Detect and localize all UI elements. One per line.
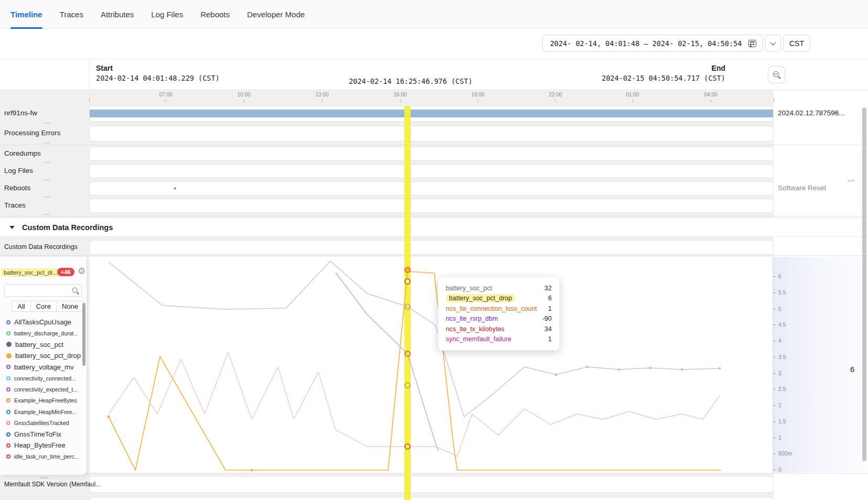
row-annotation: 2024.02.12.787596... [778, 109, 845, 117]
metric-item-heap-bytesfree[interactable]: Heap_BytesFree [0, 440, 84, 451]
track-traces[interactable] [89, 199, 774, 213]
time-tick-label: 22:00 [549, 92, 562, 97]
series-point [108, 416, 110, 418]
timezone-button[interactable]: CST [783, 35, 810, 52]
tooltip-metric-name: ncs_lte_tx_kilobytes [446, 325, 505, 333]
y-tick-label: 3.5 [778, 354, 786, 360]
metric-search-input[interactable] [7, 285, 69, 296]
metric-name: connectivity_connected... [14, 375, 76, 382]
collapse-caret-icon[interactable] [9, 226, 15, 229]
row-label: nrf91ns-fw [4, 109, 37, 117]
metric-name: Example_HeapMinFree... [14, 409, 77, 415]
row-resize-handle[interactable] [43, 214, 50, 215]
tab-attributes[interactable]: Attributes [101, 0, 134, 29]
sidebar-scrollbar[interactable] [82, 303, 85, 366]
time-axis-boundary-mark [89, 99, 90, 102]
tab-traces[interactable]: Traces [60, 0, 83, 29]
y-tick-label: 1.5 [778, 418, 786, 425]
metric-item-battery-discharge-durat-[interactable]: battery_discharge_durat... [0, 328, 84, 339]
track-partial-next-row[interactable] [89, 497, 774, 500]
row-label: Processing Errors [4, 129, 60, 137]
time-tick-mark [244, 100, 244, 102]
time-tick-label: 16:00 [393, 92, 406, 97]
track-reboots[interactable] [89, 181, 774, 195]
row-resize-handle[interactable] [43, 123, 50, 124]
track-custom-data-recordings[interactable] [89, 240, 774, 255]
tooltip-metric-value: 6 [548, 295, 552, 302]
filter-none-button[interactable]: None [56, 301, 84, 312]
gear-icon[interactable]: ⚙ [74, 265, 89, 277]
row-resize-handle[interactable] [43, 197, 50, 198]
series-battery_soc_pct [109, 261, 720, 417]
y-tick-mark [773, 276, 776, 277]
tooltip-row: ncs_lte_connection_loss_count1 [446, 303, 552, 314]
chevron-down-icon [770, 39, 776, 45]
aggregation-method-label: locf [848, 178, 854, 183]
metric-item-gnsstimetofix[interactable]: GnssTimeToFix [0, 429, 84, 440]
y-tick-label: 5.5 [778, 289, 786, 296]
section-separator [0, 255, 868, 256]
row-resize-handle[interactable] [43, 162, 50, 163]
tab-reboots[interactable]: Reboots [200, 0, 230, 29]
tab-timeline[interactable]: Timeline [10, 0, 42, 29]
series-point [586, 366, 589, 368]
firmware-version-bar[interactable] [90, 110, 773, 117]
time-tick-label: 04:00 [704, 92, 717, 97]
track-log-files[interactable] [89, 164, 774, 178]
row-resize-handle[interactable] [43, 143, 50, 144]
track-coredumps[interactable] [89, 147, 774, 161]
y-tick-mark [773, 421, 776, 422]
tab-developer-mode[interactable]: Developer Mode [247, 0, 305, 29]
metric-item-battery-soc-pct[interactable]: battery_soc_pct [0, 339, 84, 350]
metric-item-alltaskscpuusage[interactable]: AllTasksCpuUsage [0, 317, 84, 328]
time-tick-mark [322, 100, 323, 102]
row-resize-handle[interactable] [43, 179, 50, 180]
time-tick-label: 10:00 [237, 92, 250, 97]
y-tick-mark [773, 438, 776, 438]
metric-name: battery_soc_pct_drop [15, 352, 81, 360]
y-tick-mark [773, 357, 776, 357]
timeline-header: Start 2024-02-14 04:01:48.229 (CST) 2024… [0, 59, 868, 90]
metric-filter-buttons: AllCoreNone [12, 301, 84, 312]
filter-core-button[interactable]: Core [30, 301, 57, 312]
metric-item-example-heapminfree-[interactable]: Example_HeapMinFree... [0, 406, 84, 417]
time-tick-label: 13:00 [315, 92, 328, 97]
metric-item-connectivity-expected-t-[interactable]: connectivity_expected_t... [0, 384, 84, 395]
zoom-out-button[interactable] [768, 66, 785, 83]
metric-count-badge[interactable]: +46 [57, 268, 74, 276]
metric-selector-panel: battery_soc_pct_dr... +46 ⚙ AllCoreNone … [0, 257, 87, 475]
metric-item-battery-soc-pct-drop[interactable]: battery_soc_pct_drop [0, 350, 84, 361]
y-tick-mark [773, 324, 776, 325]
metric-color-dot [6, 331, 10, 335]
metric-color-dot [6, 421, 10, 425]
series-point [251, 469, 253, 472]
y-tick-label: 2.5 [778, 386, 786, 392]
series-ncs_lte_tx_kilobytes [109, 352, 720, 456]
metric-item-connectivity-connected-[interactable]: connectivity_connected... [0, 373, 84, 384]
page-scrollbar[interactable] [862, 107, 866, 461]
metric-color-dot [6, 454, 10, 459]
tooltip-row: sync_memfault_failure1 [446, 334, 552, 345]
tab-log-files[interactable]: Log Files [151, 0, 183, 29]
time-tick-label: 01:00 [626, 92, 639, 97]
metric-item-battery-voltage-mv[interactable]: battery_voltage_mv [0, 362, 84, 373]
metric-name: battery_voltage_mv [14, 363, 73, 371]
sidebar-resize-handle[interactable] [39, 477, 48, 479]
metric-item-example-heapfreebytes[interactable]: Example_HeapFreeBytes [0, 395, 84, 406]
track-memfault-sdk-version[interactable] [89, 476, 774, 493]
y-tick-label: 3 [778, 370, 781, 376]
section-custom-data-recordings: Custom Data Recordings [0, 218, 868, 237]
metric-item-gnsssatellitestracked[interactable]: GnssSatellitesTracked [0, 418, 84, 429]
selected-metric-pill[interactable]: battery_soc_pct_dr... [1, 268, 60, 277]
y-tick-mark [773, 309, 776, 309]
reboot-event-dot[interactable] [174, 187, 176, 190]
header-divider [89, 59, 90, 91]
metric-item-idle-task-run-time-perc-[interactable]: idle_task_run_time_perc... [0, 451, 84, 462]
y-tick-label: 500m [778, 450, 792, 456]
calendar-icon[interactable] [748, 40, 756, 47]
filter-all-button[interactable]: All [12, 301, 30, 312]
track-processing-errors[interactable] [89, 126, 774, 142]
time-axis-boundary-mark [774, 99, 774, 102]
date-range-dropdown-button[interactable] [765, 35, 781, 52]
date-range-input[interactable]: 2024- 02-14, 04:01:48 – 2024- 02-15, 04:… [542, 35, 763, 52]
